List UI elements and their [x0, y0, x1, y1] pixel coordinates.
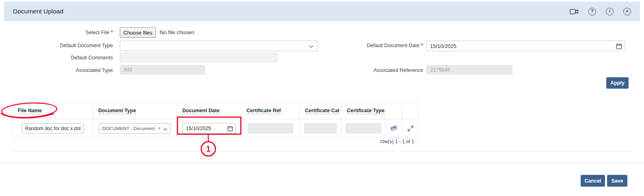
column-header-certificate-type[interactable]: Certificate Type [341, 103, 385, 119]
cell-file-name [13, 119, 93, 138]
certificate-ref-field [248, 123, 293, 133]
associated-type-field: INV [120, 65, 205, 74]
calendar-icon[interactable] [613, 41, 625, 51]
cell-expand-action [402, 119, 419, 138]
file-chosen-status: No file chosen [160, 29, 194, 35]
default-comments-label: Default Comments [11, 55, 113, 61]
cell-document-date [177, 119, 241, 138]
default-comments-input[interactable] [120, 53, 277, 62]
file-name-input[interactable] [22, 123, 84, 133]
cancel-button[interactable]: Cancel [581, 175, 605, 187]
column-header-actions-1 [385, 103, 402, 119]
associated-reference-label: Associated Reference [317, 68, 423, 73]
document-type-value: DOCUMENT - Document [102, 126, 156, 131]
apply-button[interactable]: Apply [606, 77, 629, 89]
save-button[interactable]: Save [607, 175, 627, 187]
column-header-certificate-cat[interactable]: Certificate Cat [300, 103, 341, 119]
default-document-type-select[interactable] [120, 41, 318, 51]
page-title: Document Upload [13, 8, 63, 15]
column-header-document-date[interactable]: Document Date [177, 103, 241, 119]
column-header-actions-2 [402, 103, 419, 119]
info-icon[interactable]: i [606, 8, 614, 15]
eraser-icon[interactable] [390, 125, 398, 132]
default-document-date-input[interactable] [427, 43, 613, 49]
column-header-document-type[interactable]: Document Type [93, 103, 177, 119]
cell-certificate-ref [241, 119, 300, 138]
annotation-step-number: 1 [201, 141, 216, 157]
cell-eraser-action [385, 119, 402, 138]
titlebar-icons: ? i × [570, 8, 631, 15]
column-header-file-name[interactable]: File Name [13, 103, 93, 119]
document-date-input[interactable] [183, 126, 225, 131]
certificate-cat-field [304, 123, 337, 133]
default-document-date-label: Default Document Date * [317, 43, 423, 48]
select-file-label: Select File * [11, 30, 113, 35]
screen-record-icon[interactable] [570, 9, 579, 15]
associated-reference-field: 2179545 [426, 65, 512, 74]
cell-document-type: DOCUMENT - Document × [93, 119, 177, 138]
chevron-down-icon [309, 42, 313, 50]
certificate-type-field [346, 123, 381, 133]
document-upload-dialog: Document Upload ? i × Select File * Choo… [0, 0, 644, 196]
associated-type-label: Associated Type [11, 68, 113, 73]
cell-certificate-type [341, 119, 385, 138]
remove-value-icon[interactable]: × [158, 126, 161, 131]
close-icon[interactable]: × [623, 8, 631, 15]
document-type-combobox[interactable]: DOCUMENT - Document × [99, 123, 171, 134]
documents-table: File Name Document Type Document Date Ce… [12, 102, 418, 138]
choose-files-button[interactable]: Choose files [120, 27, 156, 38]
cell-certificate-cat [300, 119, 341, 138]
default-document-type-label: Default Document Type [11, 43, 113, 48]
calendar-icon[interactable] [225, 123, 236, 133]
divider [12, 151, 632, 152]
default-document-date-field [426, 41, 625, 51]
document-date-field [182, 123, 236, 134]
required-marker: * [111, 30, 113, 35]
expand-icon[interactable] [407, 125, 414, 132]
required-marker: * [421, 43, 423, 48]
chevron-down-icon [163, 125, 167, 132]
divider [0, 163, 644, 163]
help-icon[interactable]: ? [588, 8, 596, 15]
dialog-titlebar: Document Upload ? i × [4, 2, 640, 21]
column-header-certificate-ref[interactable]: Certificate Ref [241, 103, 300, 119]
